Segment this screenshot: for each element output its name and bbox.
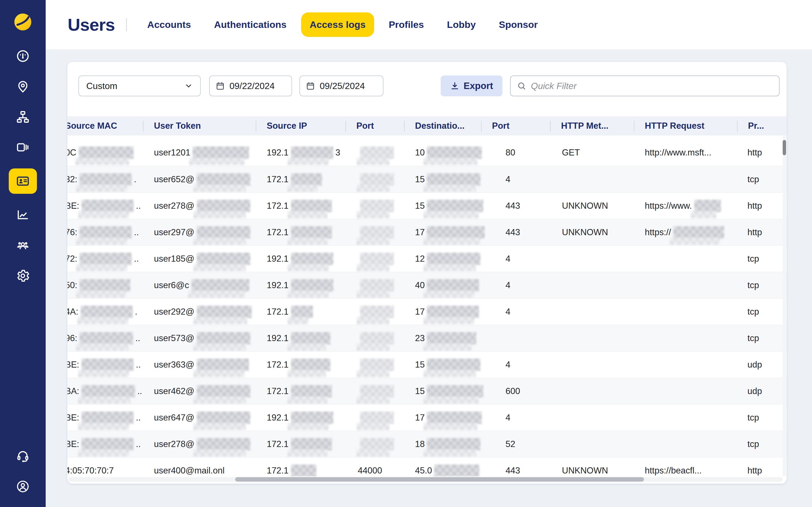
sidebar-item-team[interactable] bbox=[9, 236, 37, 255]
sidebar-nav bbox=[0, 47, 46, 285]
table-cell: 0C bbox=[67, 139, 144, 166]
table-cell bbox=[635, 166, 738, 192]
table-cell bbox=[635, 378, 738, 404]
table-cell bbox=[551, 351, 635, 378]
sidebar-item-dashboard[interactable] bbox=[9, 47, 37, 65]
table-cell: udp bbox=[738, 351, 786, 378]
date-range-select[interactable]: Custom bbox=[79, 75, 201, 96]
table-cell: https://www. bbox=[635, 193, 738, 219]
redacted-value bbox=[427, 332, 476, 344]
table-row: 4A:.user292@172.1174tcp bbox=[67, 298, 786, 325]
title-divider bbox=[126, 18, 127, 31]
table-cell: 96:.. bbox=[67, 325, 144, 351]
table-cell: tcp bbox=[738, 166, 786, 192]
table-cell: 45.0 bbox=[405, 457, 481, 476]
table-cell: 32:. bbox=[67, 166, 144, 192]
redacted-value bbox=[427, 200, 483, 212]
table-cell: user462@ bbox=[144, 378, 256, 404]
redacted-value bbox=[192, 279, 249, 291]
redacted-value bbox=[80, 332, 133, 344]
redacted-value bbox=[291, 252, 333, 265]
table-cell: http bbox=[738, 457, 786, 476]
table-cell: user185@ bbox=[144, 245, 256, 272]
redacted-value bbox=[360, 147, 394, 159]
table-cell: 172.1 bbox=[256, 431, 346, 457]
table-cell: 50: bbox=[67, 272, 144, 298]
table-cell bbox=[635, 351, 738, 378]
tab-lobby[interactable]: Lobby bbox=[439, 12, 484, 37]
tab-sponsor[interactable]: Sponsor bbox=[490, 12, 546, 37]
sidebar-item-support[interactable] bbox=[9, 447, 37, 465]
sidebar-item-network[interactable] bbox=[9, 108, 37, 126]
table-cell: tcp bbox=[738, 272, 786, 298]
table-cell: user573@ bbox=[144, 325, 256, 351]
redacted-value bbox=[291, 226, 332, 238]
table-cell: 443 bbox=[481, 457, 551, 476]
redacted-value bbox=[291, 332, 331, 344]
tab-profiles[interactable]: Profiles bbox=[380, 12, 433, 37]
chevron-down-icon bbox=[185, 82, 193, 90]
end-date-value: 09/25/2024 bbox=[320, 81, 365, 91]
brand-logo-icon bbox=[14, 13, 32, 31]
table-cell bbox=[346, 245, 405, 272]
column-header: HTTP Request bbox=[635, 116, 738, 135]
column-header: Pr... bbox=[738, 116, 786, 135]
redacted-value bbox=[291, 358, 331, 371]
redacted-value bbox=[291, 464, 316, 477]
redacted-value bbox=[197, 358, 249, 371]
table-cell: user292@ bbox=[144, 298, 256, 325]
table-cell: 172.1 bbox=[256, 378, 346, 404]
sidebar-item-devices[interactable] bbox=[9, 138, 37, 157]
tab-authentications[interactable]: Authentications bbox=[206, 12, 295, 37]
tab-access-logs[interactable]: Access logs bbox=[301, 12, 374, 37]
sidebar-item-locations[interactable] bbox=[9, 77, 37, 96]
table-cell: 4A:. bbox=[67, 298, 144, 325]
redacted-value bbox=[197, 252, 250, 265]
table-cell: 15 bbox=[405, 166, 481, 192]
sidebar-item-settings[interactable] bbox=[9, 267, 37, 285]
end-date-input[interactable]: 09/25/2024 bbox=[299, 75, 384, 96]
table-cell: 172.1 bbox=[256, 166, 346, 192]
redacted-value bbox=[197, 411, 250, 424]
redacted-value bbox=[82, 411, 134, 424]
redacted-value bbox=[291, 438, 332, 450]
table-cell: 172.1 bbox=[256, 219, 346, 245]
quick-filter-input[interactable] bbox=[531, 81, 773, 91]
tab-accounts[interactable]: Accounts bbox=[139, 12, 199, 37]
table-cell bbox=[346, 272, 405, 298]
table-row: 50:user6@c192.1404tcp bbox=[67, 272, 786, 298]
table-row: BE:..user278@172.11852tcp bbox=[67, 431, 786, 457]
table-cell bbox=[346, 298, 405, 325]
start-date-input[interactable]: 09/22/2024 bbox=[209, 75, 292, 96]
horizontal-scrollbar-thumb[interactable] bbox=[235, 477, 644, 482]
table-cell bbox=[635, 404, 738, 431]
table-cell bbox=[346, 166, 405, 192]
sidebar-item-account[interactable] bbox=[9, 477, 37, 496]
table-cell: 15 bbox=[405, 378, 481, 404]
table-cell: user6@c bbox=[144, 272, 256, 298]
table-cell: 23 bbox=[405, 325, 481, 351]
table-cell: tcp bbox=[738, 431, 786, 457]
sidebar-item-analytics[interactable] bbox=[9, 206, 37, 224]
export-button[interactable]: Export bbox=[441, 75, 502, 96]
table-row: 0Cuser1201192.131080GEThttp://www.msft..… bbox=[67, 139, 786, 166]
table-cell: user278@ bbox=[144, 193, 256, 219]
sidebar-item-access-card[interactable] bbox=[9, 168, 37, 194]
table-cell: tcp bbox=[738, 325, 786, 351]
table-cell bbox=[551, 272, 635, 298]
table-cell bbox=[346, 351, 405, 378]
table-cell: http bbox=[738, 193, 786, 219]
table-cell: 15 bbox=[405, 351, 481, 378]
table-cell: 443 bbox=[481, 193, 551, 219]
table-cell bbox=[346, 193, 405, 219]
vertical-scrollbar bbox=[783, 135, 786, 476]
redacted-value bbox=[694, 200, 721, 212]
redacted-value bbox=[291, 147, 333, 159]
sidebar bbox=[0, 0, 46, 507]
redacted-value bbox=[360, 411, 394, 424]
device-screen-icon bbox=[16, 140, 30, 154]
export-label: Export bbox=[463, 80, 493, 91]
table-cell bbox=[635, 431, 738, 457]
calendar-icon bbox=[215, 81, 225, 91]
vertical-scrollbar-thumb[interactable] bbox=[783, 140, 786, 155]
